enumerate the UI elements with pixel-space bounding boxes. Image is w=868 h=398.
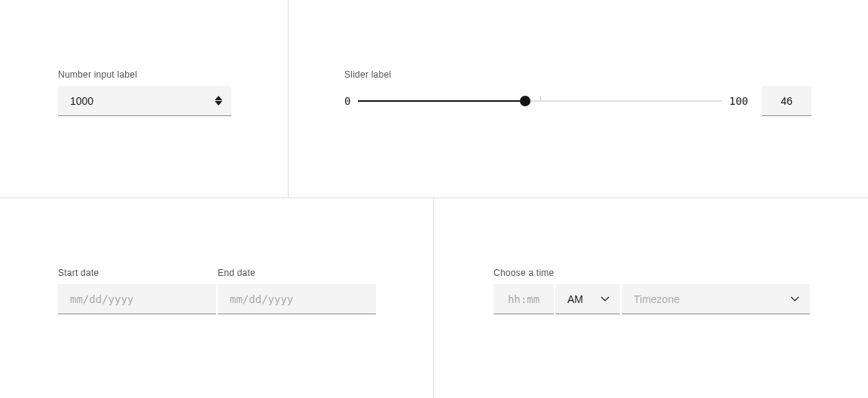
slider-max-label: 100 (729, 95, 748, 107)
ampm-select[interactable]: AM (555, 284, 620, 314)
timezone-placeholder: Timezone (634, 293, 680, 305)
number-input-label: Number input label (58, 69, 230, 80)
start-date-label: Start date (58, 268, 216, 278)
caret-down-icon[interactable] (215, 101, 222, 106)
number-stepper-group (215, 96, 231, 106)
chevron-down-icon (790, 296, 799, 302)
caret-up-icon[interactable] (215, 96, 222, 100)
start-date-input[interactable] (70, 293, 205, 305)
time-label: Choose a time (494, 268, 810, 278)
end-date-input[interactable] (230, 293, 365, 305)
chevron-down-icon (601, 296, 610, 302)
timezone-select[interactable]: Timezone (622, 284, 810, 314)
ampm-value: AM (567, 293, 583, 305)
slider-min-label: 0 (344, 95, 350, 107)
time-input[interactable] (506, 293, 542, 305)
slider-value-input[interactable]: 46 (762, 86, 811, 116)
slider-track[interactable] (358, 92, 721, 110)
number-input[interactable] (58, 86, 215, 115)
end-date-label: End date (218, 268, 376, 278)
slider-thumb[interactable] (520, 96, 530, 106)
number-input-wrap (58, 86, 231, 116)
slider-label: Slider label (344, 69, 811, 80)
